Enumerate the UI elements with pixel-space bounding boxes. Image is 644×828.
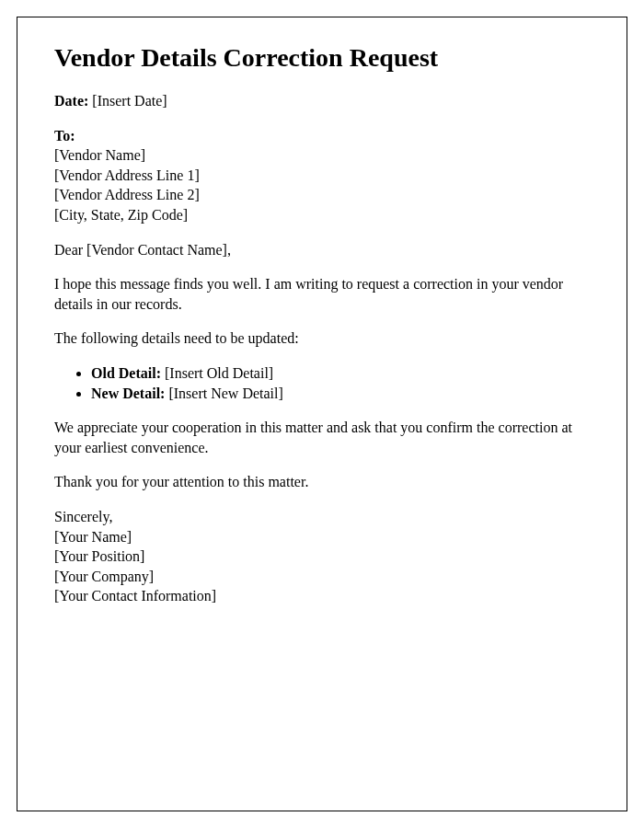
details-lead: The following details need to be updated… [54, 328, 590, 349]
page-title: Vendor Details Correction Request [54, 43, 590, 73]
old-detail-value: [Insert Old Detail] [161, 365, 273, 381]
to-line-4: [City, State, Zip Code] [54, 205, 590, 225]
to-line-2: [Vendor Address Line 1] [54, 166, 590, 186]
salutation: Dear [Vendor Contact Name], [54, 240, 590, 260]
to-label: To: [54, 126, 590, 146]
to-line-1: [Vendor Name] [54, 145, 590, 166]
closing-block: Sincerely, [Your Name] [Your Position] [… [54, 507, 590, 606]
date-label: Date: [54, 93, 88, 109]
signoff: Sincerely, [54, 507, 590, 527]
closing-line-2: [Your Position] [54, 546, 590, 567]
thanks-paragraph: Thank you for your attention to this mat… [54, 472, 590, 492]
cooperation-paragraph: We appreciate your cooperation in this m… [54, 418, 590, 457]
closing-line-1: [Your Name] [54, 527, 590, 547]
details-list: Old Detail: [Insert Old Detail] New Deta… [91, 363, 590, 403]
old-detail-item: Old Detail: [Insert Old Detail] [91, 363, 590, 384]
to-block: To: [Vendor Name] [Vendor Address Line 1… [54, 126, 590, 225]
new-detail-item: New Detail: [Insert New Detail] [91, 384, 590, 404]
document-page: Vendor Details Correction Request Date: … [17, 17, 627, 811]
date-value: [Insert Date] [88, 93, 167, 109]
date-line: Date: [Insert Date] [54, 91, 590, 111]
to-line-3: [Vendor Address Line 2] [54, 185, 590, 205]
closing-line-3: [Your Company] [54, 567, 590, 587]
closing-line-4: [Your Contact Information] [54, 586, 590, 606]
new-detail-label: New Detail: [91, 385, 165, 401]
intro-paragraph: I hope this message finds you well. I am… [54, 274, 590, 314]
old-detail-label: Old Detail: [91, 365, 161, 381]
new-detail-value: [Insert New Detail] [165, 385, 282, 401]
